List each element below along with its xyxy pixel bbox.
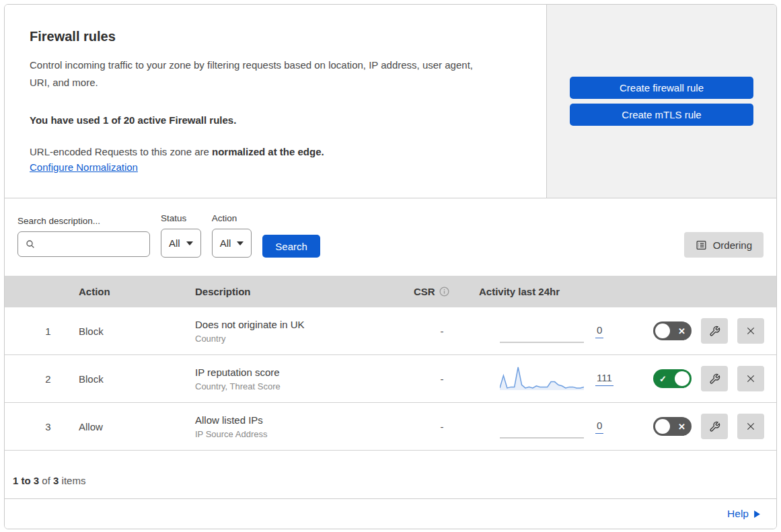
delete-rule-button[interactable] [737,366,764,391]
rule-controls: ✓ ✕ [647,366,776,391]
rule-csr-value: - [408,421,476,432]
chevron-down-icon [237,241,244,245]
delete-rule-button[interactable] [737,318,764,344]
rule-activity-cell: 0 [476,412,647,441]
close-icon [745,326,756,336]
create-firewall-rule-button[interactable]: Create firewall rule [570,77,753,99]
usage-notice: You have used 1 of 20 active Firewall ru… [30,114,514,126]
search-label: Search description... [17,216,150,228]
action-filter-group: Action All [212,213,252,258]
intro-text-area: Firewall rules Control incoming traffic … [5,5,546,198]
action-label: Action [212,213,252,225]
search-icon [25,239,36,250]
toggle-knob [655,419,670,434]
items-text: items [62,475,86,486]
search-button[interactable]: Search [262,235,320,258]
activity-sparkline [500,317,584,345]
configure-normalization-link[interactable]: Configure Normalization [30,161,138,173]
help-bar: Help [5,498,776,529]
rule-description: IP reputation score [195,367,408,378]
filter-bar: Search description... Status All Action … [5,198,776,276]
search-box[interactable] [17,231,150,257]
csr-column-header: CSR [408,286,476,297]
help-link-label: Help [727,508,749,520]
rule-match-fields: Country [195,334,408,344]
action-select[interactable]: All [212,229,252,258]
items-total: 3 [53,475,59,486]
rule-priority: 1 [5,326,75,337]
rule-action: Allow [75,421,192,432]
rule-match-fields: IP Source Address [195,429,408,439]
page-title: Firewall rules [30,29,514,44]
wrench-icon [709,326,720,337]
rule-csr-value: - [408,373,476,385]
activity-count-link[interactable]: 0 [595,420,603,434]
rule-priority: 2 [5,373,75,385]
rule-enabled-toggle[interactable]: ✓ ✕ [653,321,692,340]
action-column-header: Action [75,286,192,297]
table-row: 3 Allow Allow listed IPs IP Source Addre… [5,403,776,451]
rule-description: Does not originate in UK [195,319,408,330]
status-select[interactable]: All [161,229,201,258]
close-icon [745,373,756,384]
create-actions-panel: Create firewall rule Create mTLS rule [546,5,776,198]
intro-section: Firewall rules Control incoming traffic … [5,5,776,198]
rule-controls: ✓ ✕ [647,318,776,344]
firewall-rules-panel: Firewall rules Control incoming traffic … [4,4,777,529]
status-select-value: All [169,237,180,249]
toggle-knob [655,324,670,338]
rule-priority: 3 [5,421,75,432]
action-select-value: All [220,237,231,249]
normalization-bold-text: normalized at the edge. [212,146,324,157]
chevron-down-icon [186,241,193,245]
activity-count-link[interactable]: 0 [595,324,603,338]
table-row: 2 Block IP reputation score Country, Thr… [5,355,776,403]
rule-match-fields: Country, Threat Score [195,381,408,391]
rule-description-cell: Does not originate in UK Country [192,319,408,344]
items-range: 1 to 3 [13,475,39,486]
table-header: Action Description CSR Activity last 24h… [5,276,776,307]
wrench-icon [709,373,720,385]
normalization-text: URL-encoded Requests to this zone are [30,146,212,157]
rule-description: Allow listed IPs [195,414,408,426]
rule-activity-cell: 0 [476,317,647,345]
of-text: of [42,475,50,486]
check-icon: ✓ [659,374,667,384]
edit-rule-button[interactable] [701,414,728,439]
ordering-button-label: Ordering [713,239,752,251]
arrow-right-icon [754,510,760,518]
rule-action: Block [75,326,192,337]
ordering-list-icon [696,239,707,251]
items-range-text: 1 to 3 of 3 items [13,475,85,486]
rule-csr-value: - [408,326,476,337]
x-icon: ✕ [678,422,685,432]
edit-rule-button[interactable] [701,366,728,391]
info-icon[interactable] [439,287,449,297]
rule-activity-cell: 111 [476,365,647,393]
status-filter-group: Status All [161,213,201,258]
activity-count-link[interactable]: 111 [595,372,613,386]
rule-enabled-toggle[interactable]: ✓ ✕ [653,369,692,388]
rule-controls: ✓ ✕ [647,414,776,439]
rule-description-cell: Allow listed IPs IP Source Address [192,414,408,439]
edit-rule-button[interactable] [701,318,728,344]
close-icon [745,421,756,432]
activity-column-header: Activity last 24hr [476,286,647,297]
rule-description-cell: IP reputation score Country, Threat Scor… [192,367,408,391]
delete-rule-button[interactable] [737,414,764,439]
search-group: Search description... [17,216,150,257]
pagination-summary: 1 to 3 of 3 items [5,451,776,498]
page-description: Control incoming traffic to your zone by… [30,56,477,91]
search-input[interactable] [40,239,143,250]
normalization-notice: URL-encoded Requests to this zone are no… [30,146,514,157]
create-mtls-rule-button[interactable]: Create mTLS rule [570,104,753,126]
csr-header-label: CSR [414,286,435,297]
rule-action: Block [75,373,192,385]
ordering-button[interactable]: Ordering [684,232,764,258]
description-column-header: Description [192,286,408,297]
toggle-knob [675,371,690,386]
help-link[interactable]: Help [727,508,760,520]
rule-enabled-toggle[interactable]: ✓ ✕ [653,417,692,436]
table-row: 1 Block Does not originate in UK Country… [5,307,776,355]
activity-sparkline [500,412,584,441]
